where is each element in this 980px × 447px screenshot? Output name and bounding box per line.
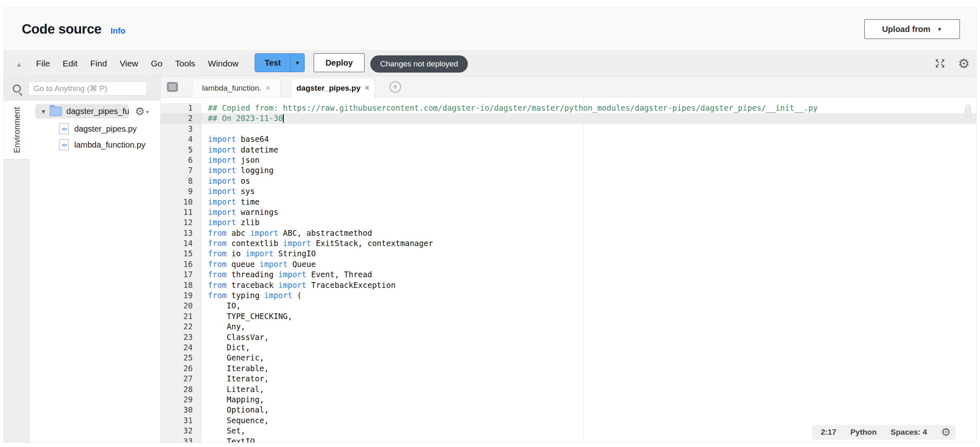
vertical-scrollbar-thumb[interactable] (965, 105, 971, 117)
code-line[interactable]: 8import os (161, 176, 976, 186)
line-number: 2 (161, 113, 202, 123)
line-content: from queue import Queue (202, 259, 976, 269)
code-line[interactable]: 6import json (161, 155, 976, 165)
python-file-icon: <> (59, 123, 69, 135)
goto-anything-input[interactable] (28, 82, 147, 96)
search-icon[interactable] (13, 84, 21, 93)
line-content: Dict, (202, 342, 976, 353)
code-line[interactable]: 9import sys (161, 186, 976, 196)
line-number: 4 (161, 134, 202, 144)
menu-window[interactable]: Window (208, 59, 239, 68)
code-line[interactable]: 22 Any, (161, 322, 976, 332)
test-button[interactable]: Test (255, 54, 290, 72)
code-line[interactable]: 25 Generic, (161, 353, 976, 363)
language-mode[interactable]: Python (850, 428, 877, 437)
line-number: 28 (161, 384, 202, 395)
code-line[interactable]: 15from io import StringIO (161, 249, 976, 259)
line-number: 1 (161, 103, 202, 113)
code-line[interactable]: 10import time (161, 197, 976, 207)
line-content: from traceback import TracebackException (202, 280, 976, 290)
code-line[interactable]: 17from threading import Event, Thread (161, 269, 976, 280)
code-line[interactable]: 3 (161, 124, 976, 134)
code-editor[interactable]: 1## Copied from: https://raw.githubuserc… (161, 98, 976, 442)
upload-from-button[interactable]: Upload from ▼ (864, 19, 960, 39)
code-line[interactable]: 27 Iterator, (161, 374, 976, 384)
file-name: lambda_function.py (74, 140, 145, 150)
editor-tabbar: lambda_function. × dagster_pipes.py × + (161, 76, 976, 98)
line-content: Iterator, (202, 374, 976, 384)
line-number: 31 (161, 415, 202, 426)
line-number: 30 (161, 405, 202, 415)
line-number: 33 (161, 436, 202, 443)
line-content: ## Copied from: https://raw.githubuserco… (202, 103, 976, 113)
page-title: Code source (22, 21, 101, 37)
line-content: from io import StringIO (202, 249, 976, 259)
tab-environment[interactable]: Environment (4, 101, 30, 159)
code-line[interactable]: 12import zlib (161, 217, 976, 228)
tree-settings-button[interactable]: ⚙ ▾ (135, 106, 148, 117)
cursor-position[interactable]: 2:17 (821, 428, 836, 437)
gear-icon: ⚙ (135, 106, 145, 117)
new-tab-icon[interactable]: + (390, 81, 401, 93)
menu-edit[interactable]: Edit (63, 59, 77, 68)
close-tab-icon[interactable]: × (266, 83, 271, 93)
tab-dagster-pipes[interactable]: dagster_pipes.py × (291, 78, 375, 98)
code-line[interactable]: 30 Optional, (161, 405, 976, 415)
menu-view[interactable]: View (120, 59, 138, 68)
line-content: import sys (202, 186, 976, 196)
tab-lambda-function[interactable]: lambda_function. × (192, 78, 280, 97)
menu-file[interactable]: File (36, 59, 50, 68)
folder-expand-icon[interactable]: ▼ (41, 108, 46, 115)
code-line[interactable]: 19from typing import ( (161, 290, 976, 301)
code-line[interactable]: 11import warnings (161, 207, 976, 217)
info-link[interactable]: Info (110, 26, 125, 36)
code-line[interactable]: 26 Iterable, (161, 363, 976, 374)
collapse-panel-icon[interactable]: ▲ (16, 61, 22, 68)
line-content: Any, (202, 322, 976, 332)
code-line[interactable]: 2## On 2023-11-30 (161, 113, 976, 123)
line-content: import os (202, 176, 976, 186)
code-line[interactable]: 21 TYPE_CHECKING, (161, 311, 976, 322)
code-line[interactable]: 1## Copied from: https://raw.githubuserc… (161, 103, 976, 113)
editor-settings-gear-icon[interactable]: ⚙ (941, 427, 951, 438)
line-content: import zlib (202, 217, 976, 228)
folder-icon (50, 107, 62, 116)
code-line[interactable]: 16from queue import Queue (161, 259, 976, 269)
code-line[interactable]: 4import base64 (161, 134, 976, 144)
code-line[interactable]: 24 Dict, (161, 342, 976, 353)
indentation-setting[interactable]: Spaces: 4 (891, 428, 927, 437)
settings-gear-icon[interactable]: ⚙ (958, 57, 970, 70)
code-line[interactable]: 14from contextlib import ExitStack, cont… (161, 238, 976, 249)
code-line[interactable]: 31 Sequence, (161, 415, 976, 426)
test-dropdown-button[interactable]: ▼ (290, 54, 304, 72)
tree-folder-row[interactable]: ▼ dagster_pipes_funct (35, 104, 129, 119)
code-line[interactable]: 13from abc import ABC, abstractmethod (161, 228, 976, 238)
text-cursor (283, 114, 284, 123)
menu-find[interactable]: Find (90, 59, 107, 68)
line-content: Mapping, (202, 395, 976, 405)
line-content: from typing import ( (202, 290, 976, 301)
tab-list-icon[interactable] (167, 82, 178, 92)
fullscreen-icon[interactable] (934, 58, 946, 69)
status-badge: Changes not deployed (370, 55, 468, 73)
line-content: import base64 (202, 134, 976, 144)
code-line[interactable]: 5import datetime (161, 145, 976, 155)
line-number: 27 (161, 374, 202, 384)
line-content: Sequence, (202, 415, 976, 426)
menu-go[interactable]: Go (151, 59, 162, 68)
code-line[interactable]: 7import logging (161, 165, 976, 176)
tree-file-dagster-pipes[interactable]: <> dagster_pipes.py (59, 123, 160, 135)
code-line[interactable]: 23 ClassVar, (161, 332, 976, 342)
line-content: ## On 2023-11-30 (202, 113, 976, 123)
line-number: 16 (161, 259, 202, 269)
close-tab-icon[interactable]: × (365, 83, 369, 93)
code-line[interactable]: 29 Mapping, (161, 395, 976, 405)
deploy-button[interactable]: Deploy (314, 53, 365, 72)
code-line[interactable]: 28 Literal, (161, 384, 976, 395)
menu-tools[interactable]: Tools (175, 59, 195, 68)
tree-file-lambda-function[interactable]: <> lambda_function.py (59, 139, 160, 151)
code-line[interactable]: 20 IO, (161, 301, 976, 311)
dropdown-caret-icon: ▼ (937, 26, 942, 32)
code-line[interactable]: 18from traceback import TracebackExcepti… (161, 280, 976, 290)
dropdown-caret-icon: ▼ (295, 60, 300, 66)
